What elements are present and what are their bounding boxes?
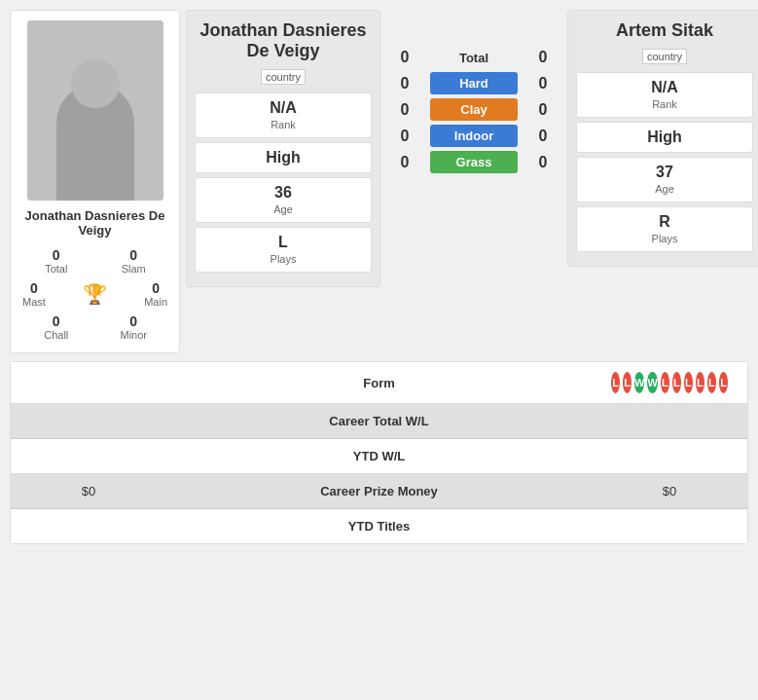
plays-box-left: L Plays — [195, 227, 372, 273]
prize-left: $0 — [30, 484, 147, 498]
score-hard-row: 0 Hard 0 — [390, 72, 558, 94]
stat-chall-left: 0 Chall — [18, 312, 94, 343]
top-section: Jonathan Dasnieres De Veigy 0 Total 0 Sl… — [10, 10, 748, 353]
detail-name-right: Artem Sitak — [616, 20, 713, 41]
prize-label: Career Prize Money — [147, 484, 611, 498]
middle-section: Jonathan Dasnieres De Veigy country N/A … — [180, 10, 758, 353]
main-container: Jonathan Dasnieres De Veigy 0 Total 0 Sl… — [0, 0, 758, 554]
badge-indoor: Indoor — [430, 125, 518, 147]
form-badge-l: L — [719, 372, 728, 393]
rank-box-right: N/A Rank — [576, 72, 753, 118]
form-badges: LLWWLLLLLL — [611, 372, 728, 393]
badge-grass: Grass — [430, 151, 518, 173]
ytd-wl-label: YTD W/L — [30, 449, 728, 463]
form-badge-l: L — [611, 372, 620, 393]
career-wl-row: Career Total W/L — [11, 404, 747, 439]
scores-section: 0 Total 0 0 Hard 0 0 Clay 0 0 Indoor — [386, 10, 561, 177]
form-row: Form LLWWLLLLLL — [11, 362, 747, 404]
peak-box-right: High — [576, 122, 753, 153]
form-badge-w: W — [647, 372, 657, 393]
form-label: Form — [147, 376, 611, 390]
trophy-icon-left: 🏆 — [83, 282, 107, 306]
rank-box-left: N/A Rank — [195, 92, 372, 138]
ytd-titles-label: YTD Titles — [30, 519, 728, 534]
prize-row: $0 Career Prize Money $0 — [11, 474, 747, 509]
age-box-left: 36 Age — [195, 177, 372, 223]
player-stats-left: 0 Total 0 Slam — [18, 245, 171, 276]
country-flag-left: country — [261, 69, 306, 85]
form-badge-l: L — [623, 372, 632, 393]
prize-right: $0 — [611, 484, 728, 498]
stat-minor-left: 0 Minor — [96, 312, 172, 343]
form-badge-l: L — [707, 372, 716, 393]
ytd-wl-row: YTD W/L — [11, 439, 747, 474]
detail-name-left: Jonathan Dasnieres De Veigy — [195, 20, 372, 61]
bottom-section: Form LLWWLLLLLL Career Total W/L YTD W/L… — [10, 361, 748, 544]
player-name-left: Jonathan Dasnieres De Veigy — [18, 208, 171, 238]
plays-box-right: R Plays — [576, 206, 753, 252]
country-flag-right: country — [642, 49, 687, 64]
player-stats2-left: 0 Chall 0 Minor — [18, 312, 171, 343]
ytd-titles-row: YTD Titles — [11, 509, 747, 543]
age-box-right: 37 Age — [576, 157, 753, 203]
form-badge-l: L — [696, 372, 704, 393]
stat-main-left: 0 Main — [140, 278, 171, 310]
score-total-row: 0 Total 0 — [390, 49, 558, 66]
career-wl-label: Career Total W/L — [30, 414, 728, 428]
stat-slam-left: 0 Slam — [96, 245, 172, 276]
avatar-left — [27, 20, 163, 201]
badge-clay: Clay — [430, 98, 518, 121]
player-detail-left: Jonathan Dasnieres De Veigy country N/A … — [186, 10, 380, 287]
stat-mast-left: 0 Mast — [18, 278, 50, 310]
peak-box-left: High — [195, 142, 372, 173]
score-clay-row: 0 Clay 0 — [390, 98, 558, 121]
stat-total-left: 0 Total — [18, 245, 94, 276]
form-badge-l: L — [672, 372, 681, 393]
form-badge-l: L — [661, 372, 669, 393]
badge-hard: Hard — [430, 72, 518, 94]
form-badge-l: L — [684, 372, 693, 393]
stat-row-mast-left: 0 Mast 🏆 0 Main — [18, 276, 171, 312]
score-indoor-row: 0 Indoor 0 — [390, 125, 558, 147]
form-badge-w: W — [634, 372, 644, 393]
player-card-left: Jonathan Dasnieres De Veigy 0 Total 0 Sl… — [10, 10, 180, 353]
score-grass-row: 0 Grass 0 — [390, 151, 558, 173]
player-detail-right: Artem Sitak country N/A Rank High 37 Age… — [567, 10, 758, 267]
form-badges-container: LLWWLLLLLL — [611, 372, 728, 393]
